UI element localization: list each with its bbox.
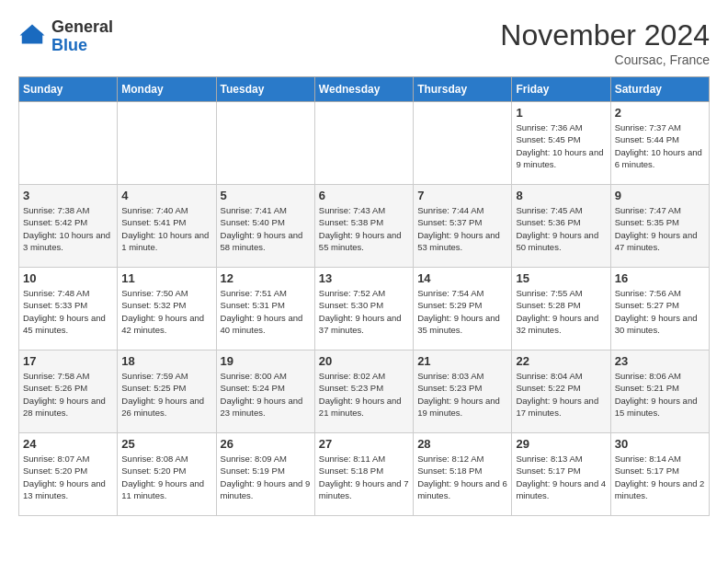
day-info: Sunrise: 8:04 AM Sunset: 5:22 PM Dayligh… (516, 370, 606, 419)
day-number: 20 (319, 354, 409, 368)
calendar-week-5: 24Sunrise: 8:07 AM Sunset: 5:20 PM Dayli… (19, 433, 710, 516)
day-info: Sunrise: 7:38 AM Sunset: 5:42 PM Dayligh… (23, 204, 113, 253)
day-info: Sunrise: 7:40 AM Sunset: 5:41 PM Dayligh… (121, 204, 211, 253)
calendar-cell: 6Sunrise: 7:43 AM Sunset: 5:38 PM Daylig… (314, 185, 413, 268)
calendar-cell: 27Sunrise: 8:11 AM Sunset: 5:18 PM Dayli… (314, 433, 413, 516)
day-info: Sunrise: 7:59 AM Sunset: 5:25 PM Dayligh… (121, 370, 211, 419)
calendar-cell: 20Sunrise: 8:02 AM Sunset: 5:23 PM Dayli… (314, 350, 413, 433)
weekday-header-friday: Friday (512, 77, 610, 102)
day-number: 10 (23, 271, 113, 285)
day-info: Sunrise: 7:41 AM Sunset: 5:40 PM Dayligh… (221, 204, 311, 253)
calendar-cell: 25Sunrise: 8:08 AM Sunset: 5:20 PM Dayli… (118, 433, 216, 516)
day-info: Sunrise: 8:00 AM Sunset: 5:24 PM Dayligh… (221, 370, 311, 419)
day-info: Sunrise: 8:11 AM Sunset: 5:18 PM Dayligh… (319, 453, 409, 501)
calendar-cell: 1Sunrise: 7:36 AM Sunset: 5:45 PM Daylig… (512, 102, 610, 185)
weekday-header-monday: Monday (118, 77, 216, 102)
day-number: 15 (516, 271, 606, 285)
day-number: 24 (23, 437, 113, 451)
calendar-cell: 14Sunrise: 7:54 AM Sunset: 5:29 PM Dayli… (414, 268, 512, 350)
calendar-cell: 12Sunrise: 7:51 AM Sunset: 5:31 PM Dayli… (216, 268, 314, 350)
day-number: 25 (121, 437, 211, 451)
day-info: Sunrise: 8:12 AM Sunset: 5:18 PM Dayligh… (417, 453, 507, 501)
day-info: Sunrise: 7:37 AM Sunset: 5:44 PM Dayligh… (615, 121, 705, 170)
day-number: 16 (615, 271, 705, 285)
day-number: 6 (319, 189, 409, 202)
calendar-cell: 23Sunrise: 8:06 AM Sunset: 5:21 PM Dayli… (610, 350, 709, 433)
weekday-header-row: SundayMondayTuesdayWednesdayThursdayFrid… (19, 77, 710, 102)
day-info: Sunrise: 8:14 AM Sunset: 5:17 PM Dayligh… (615, 453, 705, 501)
day-number: 23 (615, 354, 705, 368)
calendar-cell: 11Sunrise: 7:50 AM Sunset: 5:32 PM Dayli… (118, 268, 216, 350)
day-number: 13 (319, 271, 409, 285)
weekday-header-wednesday: Wednesday (314, 77, 413, 102)
day-info: Sunrise: 7:44 AM Sunset: 5:37 PM Dayligh… (417, 204, 507, 253)
calendar-cell: 10Sunrise: 7:48 AM Sunset: 5:33 PM Dayli… (19, 268, 118, 350)
day-number: 27 (319, 437, 409, 451)
day-number: 4 (121, 189, 211, 202)
day-info: Sunrise: 8:08 AM Sunset: 5:20 PM Dayligh… (121, 453, 211, 501)
logo-icon (18, 23, 46, 51)
day-number: 2 (615, 106, 705, 120)
calendar-cell: 22Sunrise: 8:04 AM Sunset: 5:22 PM Dayli… (512, 350, 610, 433)
day-number: 5 (221, 189, 311, 202)
day-number: 1 (516, 106, 606, 120)
day-number: 11 (121, 271, 211, 285)
day-info: Sunrise: 7:50 AM Sunset: 5:32 PM Dayligh… (121, 287, 211, 336)
weekday-header-sunday: Sunday (19, 77, 118, 102)
day-info: Sunrise: 7:43 AM Sunset: 5:38 PM Dayligh… (319, 204, 409, 253)
calendar-cell: 5Sunrise: 7:41 AM Sunset: 5:40 PM Daylig… (216, 185, 314, 268)
calendar-cell (314, 102, 413, 185)
day-info: Sunrise: 8:07 AM Sunset: 5:20 PM Dayligh… (23, 453, 113, 501)
calendar-cell (216, 102, 314, 185)
day-number: 17 (23, 354, 113, 368)
day-info: Sunrise: 7:52 AM Sunset: 5:30 PM Dayligh… (319, 287, 409, 336)
day-info: Sunrise: 7:58 AM Sunset: 5:26 PM Dayligh… (23, 370, 113, 419)
calendar-cell: 21Sunrise: 8:03 AM Sunset: 5:23 PM Dayli… (414, 350, 512, 433)
day-number: 22 (516, 354, 606, 368)
calendar-cell: 17Sunrise: 7:58 AM Sunset: 5:26 PM Dayli… (19, 350, 118, 433)
calendar-cell (19, 102, 118, 185)
logo: General Blue (18, 18, 113, 55)
page-header: General Blue November 2024 Coursac, Fran… (18, 18, 710, 67)
svg-marker-0 (22, 27, 43, 44)
weekday-header-thursday: Thursday (414, 77, 512, 102)
calendar-cell (118, 102, 216, 185)
calendar-cell: 4Sunrise: 7:40 AM Sunset: 5:41 PM Daylig… (118, 185, 216, 268)
day-number: 28 (417, 437, 507, 451)
calendar-cell: 18Sunrise: 7:59 AM Sunset: 5:25 PM Dayli… (118, 350, 216, 433)
day-number: 21 (417, 354, 507, 368)
day-info: Sunrise: 7:47 AM Sunset: 5:35 PM Dayligh… (615, 204, 705, 253)
weekday-header-saturday: Saturday (610, 77, 709, 102)
calendar-cell: 24Sunrise: 8:07 AM Sunset: 5:20 PM Dayli… (19, 433, 118, 516)
logo-blue: Blue (51, 36, 87, 54)
calendar-cell: 26Sunrise: 8:09 AM Sunset: 5:19 PM Dayli… (216, 433, 314, 516)
calendar-week-1: 1Sunrise: 7:36 AM Sunset: 5:45 PM Daylig… (19, 102, 710, 185)
day-number: 30 (615, 437, 705, 451)
day-info: Sunrise: 8:02 AM Sunset: 5:23 PM Dayligh… (319, 370, 409, 419)
calendar-table: SundayMondayTuesdayWednesdayThursdayFrid… (18, 76, 710, 516)
calendar-cell: 2Sunrise: 7:37 AM Sunset: 5:44 PM Daylig… (610, 102, 709, 185)
calendar-week-3: 10Sunrise: 7:48 AM Sunset: 5:33 PM Dayli… (19, 268, 710, 350)
day-number: 3 (23, 189, 113, 202)
calendar-week-2: 3Sunrise: 7:38 AM Sunset: 5:42 PM Daylig… (19, 185, 710, 268)
day-number: 29 (516, 437, 606, 451)
day-info: Sunrise: 7:56 AM Sunset: 5:27 PM Dayligh… (615, 287, 705, 336)
day-number: 18 (121, 354, 211, 368)
day-info: Sunrise: 8:13 AM Sunset: 5:17 PM Dayligh… (516, 453, 606, 501)
calendar-cell: 19Sunrise: 8:00 AM Sunset: 5:24 PM Dayli… (216, 350, 314, 433)
calendar-cell: 8Sunrise: 7:45 AM Sunset: 5:36 PM Daylig… (512, 185, 610, 268)
calendar-week-4: 17Sunrise: 7:58 AM Sunset: 5:26 PM Dayli… (19, 350, 710, 433)
month-title: November 2024 (500, 18, 710, 52)
day-info: Sunrise: 7:36 AM Sunset: 5:45 PM Dayligh… (516, 121, 606, 170)
calendar-cell: 29Sunrise: 8:13 AM Sunset: 5:17 PM Dayli… (512, 433, 610, 516)
day-number: 7 (417, 189, 507, 202)
title-block: November 2024 Coursac, France (500, 18, 710, 67)
calendar-cell: 30Sunrise: 8:14 AM Sunset: 5:17 PM Dayli… (610, 433, 709, 516)
calendar-cell: 7Sunrise: 7:44 AM Sunset: 5:37 PM Daylig… (414, 185, 512, 268)
location-subtitle: Coursac, France (500, 52, 710, 67)
calendar-cell: 13Sunrise: 7:52 AM Sunset: 5:30 PM Dayli… (314, 268, 413, 350)
day-info: Sunrise: 7:54 AM Sunset: 5:29 PM Dayligh… (417, 287, 507, 336)
calendar-cell: 16Sunrise: 7:56 AM Sunset: 5:27 PM Dayli… (610, 268, 709, 350)
calendar-cell: 15Sunrise: 7:55 AM Sunset: 5:28 PM Dayli… (512, 268, 610, 350)
day-info: Sunrise: 8:06 AM Sunset: 5:21 PM Dayligh… (615, 370, 705, 419)
